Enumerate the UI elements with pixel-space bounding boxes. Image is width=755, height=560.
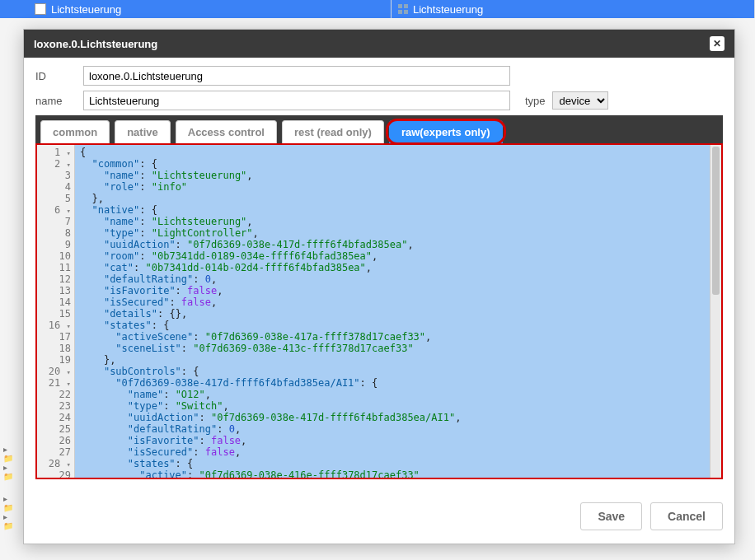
svg-rect-0 (398, 4, 402, 8)
type-label: type (525, 95, 546, 107)
svg-rect-2 (398, 10, 402, 14)
tree-expander-icon[interactable]: ▸ 📁 (3, 463, 13, 481)
save-button[interactable]: Save (580, 502, 642, 530)
background-tree: Lichtsteuerung Lichtsteuerung (0, 0, 755, 25)
editor-code[interactable]: { "common": { "name": "Lichtsteuerung", … (75, 145, 721, 478)
dialog-title: loxone.0.Lichtsteuerung (34, 38, 157, 50)
tree-item-label: Lichtsteuerung (51, 3, 121, 16)
tree-expander-icon[interactable]: ▸ 📁 (3, 445, 13, 463)
close-button[interactable]: ✕ (710, 36, 725, 51)
type-select[interactable]: device (552, 91, 608, 110)
cancel-button[interactable]: Cancel (650, 502, 723, 530)
id-input[interactable] (83, 66, 510, 86)
tree-item-label-right: Lichtsteuerung (413, 3, 483, 16)
tab-rest[interactable]: rest (read only) (282, 120, 384, 143)
json-editor[interactable]: 1 ▾2 ▾3456 ▾78910111213141516 ▾17181920 … (35, 143, 723, 479)
grid-icon (398, 4, 408, 14)
id-label: ID (35, 70, 77, 82)
dialog-footer: Save Cancel (24, 491, 734, 544)
tree-row-selected[interactable]: Lichtsteuerung Lichtsteuerung (0, 0, 755, 18)
tabs-bar: common native Access control rest (read … (35, 115, 723, 143)
name-input[interactable] (83, 91, 510, 110)
tab-access-control[interactable]: Access control (176, 120, 277, 143)
document-icon (35, 3, 46, 15)
editor-gutter: 1 ▾2 ▾3456 ▾78910111213141516 ▾17181920 … (37, 145, 75, 478)
tree-expander-icon[interactable]: ▸ 📁 (3, 512, 13, 530)
dialog-header[interactable]: loxone.0.Lichtsteuerung ✕ (24, 30, 734, 58)
name-label: name (35, 95, 77, 107)
editor-scrollbar[interactable] (710, 145, 721, 478)
tab-raw[interactable]: raw(experts only) (389, 120, 503, 143)
scrollbar-thumb[interactable] (712, 147, 720, 295)
object-editor-dialog: loxone.0.Lichtsteuerung ✕ ID name type d… (23, 29, 735, 544)
svg-rect-1 (404, 4, 408, 8)
tab-native[interactable]: native (115, 120, 171, 143)
tab-common[interactable]: common (40, 120, 110, 143)
svg-rect-3 (404, 10, 408, 14)
tree-expander-icon[interactable]: ▸ 📁 (3, 494, 13, 512)
close-icon: ✕ (713, 38, 721, 49)
